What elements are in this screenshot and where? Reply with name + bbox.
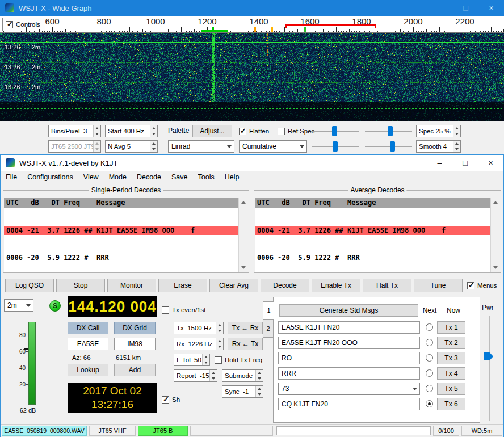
band-combo[interactable]: 2m <box>4 299 33 312</box>
smooth-spinner[interactable]: Smooth 4 <box>416 140 461 153</box>
main-titlebar[interactable]: WSJT-X v1.7.1-devel by K1JT – □ × <box>1 155 503 171</box>
halt-tx-button[interactable]: Halt Tx <box>363 279 411 292</box>
spinner-arrows-icon[interactable] <box>209 370 217 381</box>
scroll-up-icon[interactable] <box>239 198 248 206</box>
submode-spinner[interactable]: Submode B <box>222 369 263 382</box>
waterfall-canvas[interactable] <box>0 33 504 121</box>
waterfall-zero-slider[interactable] <box>365 125 412 137</box>
minimize-icon[interactable]: – <box>427 155 452 171</box>
dx-grid-field[interactable]: IM98 <box>114 338 156 350</box>
decode-row[interactable]: 0004 -21 3.7 1226 ## K1JT EA5SE IM98 OOO… <box>4 226 238 235</box>
jt65-jt9-split-spinner[interactable]: JT65 2500 JT9 <box>48 140 101 153</box>
flatten-toggle[interactable]: Flatten <box>239 127 269 135</box>
enable-tx-button[interactable]: Enable Tx <box>312 279 360 292</box>
menu-save[interactable]: Save <box>166 171 193 183</box>
tx-message-1-field[interactable]: EA5SE K1JT FN20 <box>278 321 420 334</box>
tx-message-3-field[interactable]: RO <box>278 352 420 364</box>
rx-freq-spinner[interactable]: Rx 1226 Hz <box>174 338 224 350</box>
tx-message-2-field[interactable]: EA5SE K1JT FN20 OOO <box>278 337 420 349</box>
maximize-icon[interactable]: □ <box>453 0 478 16</box>
erase-button[interactable]: Erase <box>158 279 207 292</box>
tune-button[interactable]: Tune <box>414 279 463 292</box>
tx-2-button[interactable]: Tx 2 <box>437 337 465 349</box>
stop-button[interactable]: Stop <box>56 279 105 292</box>
tx-5-button[interactable]: Tx 5 <box>437 383 465 395</box>
spectrum-display-combo[interactable]: Cumulative <box>239 140 307 153</box>
clear-avg-button[interactable]: Clear Avg <box>209 279 258 292</box>
menu-file[interactable]: File <box>1 171 22 183</box>
log-qso-button[interactable]: Log QSO <box>5 279 54 292</box>
spectrum-zero-slider[interactable] <box>365 140 412 153</box>
spinner-arrows-icon[interactable] <box>453 125 460 137</box>
spinner-arrows-icon[interactable] <box>150 141 157 152</box>
tab-1[interactable]: 1 <box>263 301 274 320</box>
bins-per-pixel-spinner[interactable]: Bins/Pixel 3 <box>48 125 101 137</box>
pwr-slider[interactable] <box>484 316 494 421</box>
hold-tx-freq-checkbox[interactable] <box>215 356 222 364</box>
n-avg-spinner[interactable]: N Avg 5 <box>105 140 158 153</box>
spinner-arrows-icon[interactable] <box>202 354 209 365</box>
dx-call-button[interactable]: DX Call <box>68 322 108 334</box>
sh-checkbox[interactable] <box>162 396 169 404</box>
tx-message-5-combo[interactable]: 73 <box>278 383 420 395</box>
tx-message-6-field[interactable]: CQ K1JT FN20 <box>278 398 420 410</box>
waterfall-gain-slider[interactable] <box>312 125 359 137</box>
close-icon[interactable]: × <box>478 155 503 171</box>
next-radio-1[interactable] <box>426 323 433 331</box>
ref-spec-toggle[interactable]: Ref Spec <box>278 127 314 135</box>
rig-status-indicator[interactable]: S <box>49 300 61 312</box>
lookup-button[interactable]: Lookup <box>68 364 108 376</box>
spec-percent-spinner[interactable]: Spec 25 % <box>416 125 461 137</box>
decode-row[interactable]: 0006 -20 5.9 1222 # RRR <box>4 253 238 262</box>
hold-tx-freq-toggle[interactable]: Hold Tx Freq <box>215 356 262 364</box>
tx-1-button[interactable]: Tx 1 <box>437 321 465 334</box>
menu-view[interactable]: View <box>78 171 104 183</box>
scroll-up-icon[interactable] <box>491 198 500 206</box>
maximize-icon[interactable]: □ <box>452 155 478 171</box>
spinner-arrows-icon[interactable] <box>453 141 460 152</box>
rx-from-tx-button[interactable]: Rx ← Tx <box>228 338 263 350</box>
start-freq-spinner[interactable]: Start 400 Hz <box>105 125 158 137</box>
next-radio-3[interactable] <box>426 354 433 362</box>
wide-graph-titlebar[interactable]: WSJT-X - Wide Graph – □ × <box>0 0 504 16</box>
spinner-arrows-icon[interactable] <box>150 125 157 137</box>
spinner-arrows-icon[interactable] <box>216 322 223 334</box>
next-radio-2[interactable] <box>426 339 433 346</box>
next-radio-5[interactable] <box>426 385 433 392</box>
sync-spinner[interactable]: Sync -1 <box>222 385 263 398</box>
spinner-arrows-icon[interactable] <box>255 370 263 381</box>
adjust-palette-button[interactable]: Adjust... <box>192 125 232 137</box>
spinner-arrows-icon[interactable] <box>255 386 263 397</box>
spinner-arrows-icon[interactable] <box>93 125 100 137</box>
monitor-button[interactable]: Monitor <box>107 279 156 292</box>
tx-4-button[interactable]: Tx 4 <box>437 367 465 380</box>
scroll-down-icon[interactable] <box>239 263 248 271</box>
close-icon[interactable]: × <box>478 0 504 16</box>
decode-row[interactable]: 0004 -21 3.7 1226 ## K1JT EA5SE IM98 OOO… <box>255 226 490 235</box>
dx-call-field[interactable]: EA5SE <box>68 338 108 350</box>
add-button[interactable]: Add <box>114 364 156 376</box>
pwr-slider-handle[interactable] <box>484 352 493 360</box>
menu-configurations[interactable]: Configurations <box>22 171 78 183</box>
tx-from-rx-button[interactable]: Tx ← Rx <box>228 322 263 334</box>
decode-scrollbar[interactable] <box>490 198 500 272</box>
decode-button[interactable]: Decode <box>261 279 309 292</box>
decode-row[interactable]: 0006 -20 5.9 1222 # RRR <box>255 253 490 262</box>
report-spinner[interactable]: Report -15 <box>174 369 217 382</box>
next-radio-6[interactable] <box>426 400 433 407</box>
menu-help[interactable]: Help <box>220 171 245 183</box>
scroll-down-icon[interactable] <box>491 263 500 271</box>
palette-combo[interactable]: Linrad <box>168 140 234 153</box>
minimize-icon[interactable]: – <box>427 0 453 16</box>
spinner-arrows-icon[interactable] <box>216 338 223 350</box>
spectrum-gain-slider[interactable] <box>312 140 359 153</box>
flatten-checkbox[interactable] <box>239 128 246 135</box>
sh-toggle[interactable]: Sh <box>162 396 180 404</box>
tx-6-button[interactable]: Tx 6 <box>437 398 465 410</box>
tab-2[interactable]: 2 <box>263 320 274 338</box>
f-tol-spinner[interactable]: F Tol 50 <box>174 354 210 366</box>
generate-std-msgs-button[interactable]: Generate Std Msgs <box>279 304 418 317</box>
frequency-scale[interactable]: Controls 600 800 1000 1200 1400 1600 180… <box>0 16 504 33</box>
waterfall[interactable]: 13:26 2m 13:26 2m 13:26 2m <box>0 33 504 121</box>
tx-3-button[interactable]: Tx 3 <box>437 352 465 364</box>
